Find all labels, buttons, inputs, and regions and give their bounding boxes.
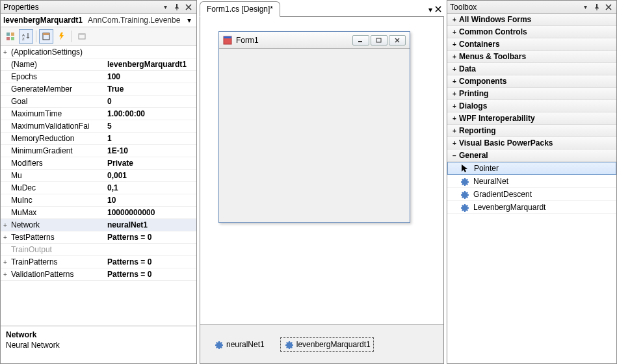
expand-icon[interactable]: +	[450, 16, 459, 23]
expand-icon[interactable]: +	[450, 103, 459, 110]
toolbox-category[interactable]: +Reporting	[447, 125, 616, 137]
close-button[interactable]	[389, 35, 406, 46]
property-name: MaximumTime	[10, 109, 106, 118]
document-tab[interactable]: Form1.cs [Design]*	[200, 1, 280, 17]
tab-close-icon[interactable]	[435, 5, 441, 14]
toolbox-category[interactable]: +Common Controls	[447, 26, 616, 38]
toolbox-category[interactable]: +Dialogs	[447, 100, 616, 112]
property-value[interactable]: Patterns = 0	[106, 257, 196, 266]
property-row[interactable]: Goal0	[1, 96, 196, 108]
property-value[interactable]: Patterns = 0	[106, 270, 196, 279]
toolbox-category[interactable]: +Components	[447, 75, 616, 88]
toolbox-item[interactable]: GradientDescent	[447, 188, 616, 201]
expand-icon[interactable]: +	[1, 49, 10, 56]
form-icon	[223, 36, 232, 45]
toolbox-category[interactable]: −General	[447, 150, 616, 162]
property-value[interactable]: 100	[106, 72, 196, 81]
property-row[interactable]: MuMax10000000000	[1, 207, 196, 219]
toolbox-title: Toolbox	[450, 3, 580, 12]
form-window[interactable]: Form1	[218, 31, 410, 223]
property-row[interactable]: +TrainPatternsPatterns = 0	[1, 256, 196, 268]
property-row[interactable]: MinimumGradient1E-10	[1, 145, 196, 157]
expand-icon[interactable]: +	[450, 140, 459, 147]
pin-icon[interactable]	[592, 3, 602, 12]
property-row[interactable]: (Name)levenbergMarquardt1	[1, 58, 196, 71]
minimize-button[interactable]	[352, 35, 369, 46]
expand-icon[interactable]: +	[450, 90, 459, 98]
property-row[interactable]: MemoryReduction1	[1, 133, 196, 145]
chevron-down-icon[interactable]: ▾	[185, 16, 194, 25]
window-dropdown-icon[interactable]: ▾	[160, 3, 170, 12]
selected-object-type: AnnCom.Training.Levenbe	[88, 16, 185, 25]
component-item[interactable]: levenbergMarquardt1	[280, 337, 374, 352]
toolbox-category[interactable]: +Visual Basic PowerPacks	[447, 137, 616, 150]
expand-icon[interactable]: +	[450, 41, 459, 48]
collapse-icon[interactable]: −	[450, 152, 459, 159]
expand-icon[interactable]: +	[1, 234, 10, 241]
property-value[interactable]: 1	[106, 134, 196, 143]
toolbox-item[interactable]: LevenbergMarquardt	[447, 201, 616, 214]
property-row[interactable]: MaximumTime1.00:00:00	[1, 108, 196, 120]
property-row[interactable]: +ValidationPatternsPatterns = 0	[1, 268, 196, 281]
toolbox-category[interactable]: +All Windows Forms	[447, 14, 616, 26]
close-icon[interactable]	[603, 3, 614, 12]
property-row[interactable]: +TestPatternsPatterns = 0	[1, 231, 196, 244]
property-value[interactable]: 0,001	[106, 171, 196, 180]
maximize-button[interactable]	[371, 35, 387, 46]
expand-icon[interactable]: +	[450, 115, 459, 122]
property-value[interactable]: Private	[106, 159, 196, 168]
property-row[interactable]: MuDec0,1	[1, 182, 196, 194]
property-name: (Name)	[10, 60, 106, 69]
toolbox-category[interactable]: +Printing	[447, 88, 616, 100]
categorized-button[interactable]	[3, 29, 18, 44]
property-row[interactable]: GenerateMemberTrue	[1, 83, 196, 96]
property-value[interactable]: 5	[106, 122, 196, 131]
property-row[interactable]: Mu0,001	[1, 170, 196, 182]
tab-dropdown-icon[interactable]: ▾	[428, 5, 432, 14]
property-row[interactable]: +(ApplicationSettings)	[1, 46, 196, 58]
expand-icon[interactable]: +	[1, 259, 10, 266]
expand-icon[interactable]: +	[450, 66, 459, 73]
toolbox-category[interactable]: +Data	[447, 63, 616, 75]
property-row[interactable]: +NetworkneuralNet1	[1, 219, 196, 231]
expand-icon[interactable]: +	[450, 29, 459, 36]
property-row[interactable]: MaximumValidationFai5	[1, 120, 196, 133]
property-object-selector[interactable]: levenbergMarquardt1 AnnCom.Training.Leve…	[1, 14, 196, 27]
expand-icon[interactable]: +	[450, 127, 459, 135]
toolbox-item[interactable]: NeuralNet	[447, 175, 616, 188]
property-pages-button[interactable]	[75, 29, 89, 44]
property-value[interactable]: 1E-10	[106, 146, 196, 155]
events-tab-button[interactable]	[55, 29, 69, 44]
alphabetical-button[interactable]: AZ	[19, 29, 33, 44]
toolbox-category[interactable]: +Containers	[447, 38, 616, 51]
property-value[interactable]: Patterns = 0	[106, 233, 196, 242]
toolbox-item[interactable]: Pointer	[447, 162, 616, 175]
property-value[interactable]: 1.00:00:00	[106, 109, 196, 118]
property-value[interactable]: neuralNet1	[106, 220, 196, 229]
property-value[interactable]: True	[106, 84, 196, 94]
toolbox-category[interactable]: +WPF Interoperability	[447, 112, 616, 125]
property-value[interactable]: 10	[106, 196, 196, 205]
toolbox-category-label: Data	[459, 64, 476, 73]
property-row[interactable]: Epochs100	[1, 71, 196, 83]
property-value[interactable]: 10000000000	[106, 208, 196, 217]
expand-icon[interactable]: +	[1, 222, 10, 229]
toolbox-category[interactable]: +Menus & Toolbars	[447, 51, 616, 63]
property-row[interactable]: ModifiersPrivate	[1, 157, 196, 170]
component-item[interactable]: neuralNet1	[211, 338, 267, 351]
expand-icon[interactable]: +	[450, 78, 459, 85]
expand-icon[interactable]: +	[450, 53, 459, 60]
property-value[interactable]: levenbergMarquardt1	[106, 60, 196, 69]
pin-icon[interactable]	[172, 3, 182, 12]
property-row[interactable]: TrainOutput	[1, 244, 196, 256]
toolbox-category-label: General	[459, 151, 488, 160]
close-icon[interactable]	[183, 3, 194, 12]
expand-icon[interactable]: +	[1, 271, 10, 278]
properties-tab-button[interactable]	[39, 29, 53, 44]
window-dropdown-icon[interactable]: ▾	[580, 3, 590, 12]
design-surface[interactable]: Form1 neuralNet1levenbergMarquardt1	[200, 16, 444, 364]
property-value[interactable]: 0	[106, 97, 196, 106]
property-row[interactable]: MuInc10	[1, 194, 196, 207]
property-value[interactable]: 0,1	[106, 183, 196, 192]
toolbox-category-label: Dialogs	[459, 101, 487, 110]
